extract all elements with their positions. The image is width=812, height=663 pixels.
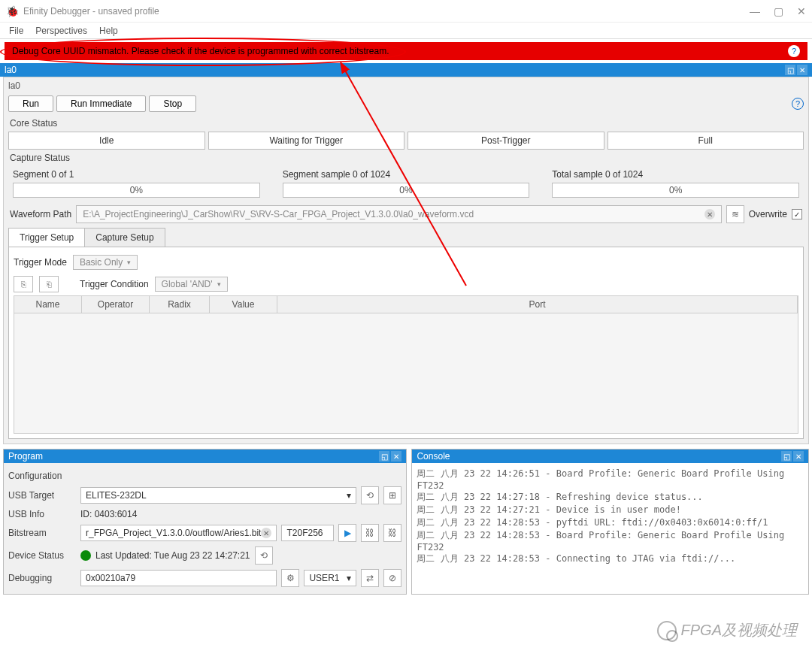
bitstream-label: Bitstream: [8, 528, 76, 538]
segment-sample-progress: 0%: [283, 183, 530, 198]
bitstream-input[interactable]: r_FPGA_Project_V1.3.0.0/outflow/Aries1.b…: [80, 525, 277, 541]
waveform-path-input[interactable]: E:\A_ProjectEngineering\J_CarShow\RV_S\R…: [76, 205, 721, 223]
debug-settings-button[interactable]: ⚙: [281, 569, 299, 587]
segment-sample-label: Segment sample 0 of 1024: [283, 169, 530, 183]
restore-icon[interactable]: ◱: [379, 451, 389, 462]
close-button[interactable]: ✕: [797, 5, 806, 17]
overwrite-checkbox[interactable]: ✓: [792, 209, 802, 219]
usb-target-select[interactable]: ELITES-232DL▾: [80, 487, 356, 504]
device-status-value: Last Updated: Tue Aug 23 22 14:27:21: [95, 550, 250, 561]
segment-label: Segment 0 of 1: [13, 169, 260, 183]
la0-title: la0: [5, 65, 17, 75]
tab-capture-setup[interactable]: Capture Setup: [84, 228, 165, 247]
menubar: File Perspectives Help: [0, 23, 812, 39]
col-value: Value: [210, 296, 277, 313]
restore-icon[interactable]: ◱: [781, 451, 792, 462]
run-button[interactable]: Run: [8, 95, 53, 112]
usb-target-label: USB Target: [8, 490, 76, 501]
capture-status-label: Capture Status: [8, 150, 804, 166]
trigger-grid-header: Name Operator Radix Value Port: [14, 295, 798, 313]
trigger-condition-label: Trigger Condition: [80, 279, 149, 289]
watermark: FPGA及视频处理: [657, 620, 797, 640]
console-panel: Console ◱✕ 周二 八月 23 22 14:26:51 - Board …: [411, 449, 809, 595]
trigger-grid-body: [14, 313, 798, 434]
menu-file[interactable]: File: [9, 26, 23, 36]
clear-bitstream-icon[interactable]: ✕: [261, 528, 271, 538]
program-title: Program: [8, 451, 43, 462]
col-port: Port: [277, 296, 798, 313]
usb-info-label: USB Info: [8, 509, 76, 519]
tab-trigger-setup[interactable]: Trigger Setup: [8, 228, 85, 247]
debugging-input[interactable]: 0x00210a79: [80, 570, 277, 586]
waveform-path-label: Waveform Path: [10, 209, 71, 219]
jtag-chain-button[interactable]: ⛓: [361, 524, 379, 542]
usb-tree-button[interactable]: ⊞: [383, 486, 401, 504]
program-device-button[interactable]: ▶: [338, 524, 356, 542]
remove-trigger-button[interactable]: ⎗: [39, 276, 59, 292]
la0-panel-header: la0 ◱✕: [0, 63, 812, 77]
error-banner: Debug Core UUID mismatch. Please check i…: [5, 42, 807, 60]
core-status-label: Core Status: [8, 115, 804, 132]
help-icon[interactable]: ?: [788, 45, 800, 57]
status-waiting: Waiting for Trigger: [208, 132, 405, 150]
open-waveform-button[interactable]: ≋: [726, 205, 744, 223]
minimize-button[interactable]: —: [750, 5, 760, 17]
close-panel-icon[interactable]: ✕: [793, 451, 804, 462]
refresh-usb-button[interactable]: ⟲: [361, 486, 379, 504]
status-dot-icon: [80, 550, 91, 561]
clear-path-icon[interactable]: ✕: [704, 209, 715, 219]
segment-progress: 0%: [13, 183, 260, 198]
col-radix: Radix: [150, 296, 210, 313]
overwrite-label: Overwrite: [749, 209, 787, 219]
device-input[interactable]: T20F256: [281, 525, 334, 541]
window-titlebar: 🐞 Efinity Debugger - unsaved profile — ▢…: [0, 0, 812, 23]
add-trigger-button[interactable]: ⎘: [14, 276, 33, 292]
wechat-icon: [657, 621, 677, 640]
error-message: Debug Core UUID mismatch. Please check i…: [12, 46, 389, 56]
refresh-status-button[interactable]: ⟲: [255, 546, 273, 565]
status-full: Full: [607, 132, 804, 150]
close-panel-icon[interactable]: ✕: [797, 65, 807, 75]
stop-button[interactable]: Stop: [149, 95, 196, 112]
menu-perspectives[interactable]: Perspectives: [35, 26, 87, 36]
device-status-label: Device Status: [8, 550, 76, 561]
window-title: Efinity Debugger - unsaved profile: [23, 6, 159, 17]
trigger-condition-select[interactable]: Global 'AND': [155, 277, 228, 292]
la0-panel-body: la0 Run Run Immediate Stop ? Core Status…: [3, 77, 809, 444]
total-sample-label: Total sample 0 of 1024: [552, 169, 799, 183]
trigger-mode-select[interactable]: Basic Only: [73, 255, 138, 270]
trigger-mode-label: Trigger Mode: [14, 257, 67, 268]
help-icon[interactable]: ?: [792, 98, 804, 110]
debugging-label: Debugging: [8, 573, 76, 583]
bug-icon: 🐞: [6, 5, 19, 17]
console-output[interactable]: 周二 八月 23 22 14:26:51 - Board Profile: Ge…: [412, 463, 808, 594]
program-panel: Program ◱✕ Configuration USB Target ELIT…: [3, 449, 407, 595]
trigger-setup-body: Trigger Mode Basic Only ⎘ ⎗ Trigger Cond…: [8, 247, 804, 439]
close-panel-icon[interactable]: ✕: [391, 451, 401, 462]
col-operator: Operator: [82, 296, 150, 313]
watermark-text: FPGA及视频处理: [681, 620, 797, 640]
console-title: Console: [417, 451, 450, 462]
waveform-path-value: E:\A_ProjectEngineering\J_CarShow\RV_S\R…: [83, 209, 474, 219]
run-immediate-button[interactable]: Run Immediate: [56, 95, 146, 112]
jtag-chain2-button[interactable]: ⛓: [383, 524, 401, 542]
col-name: Name: [14, 296, 82, 313]
status-idle: Idle: [8, 132, 205, 150]
disconnect-debug-button[interactable]: ⊘: [383, 569, 401, 587]
maximize-button[interactable]: ▢: [774, 5, 783, 17]
connect-debug-button[interactable]: ⇄: [361, 569, 379, 587]
la0-sublabel: la0: [8, 79, 804, 92]
status-post: Post-Trigger: [408, 132, 604, 150]
restore-icon[interactable]: ◱: [785, 65, 795, 75]
total-sample-progress: 0%: [552, 183, 799, 198]
configuration-label: Configuration: [8, 468, 401, 484]
menu-help[interactable]: Help: [99, 26, 118, 36]
usb-info-value: ID: 0403:6014: [80, 509, 401, 519]
user-select[interactable]: USER1▾: [304, 570, 356, 586]
